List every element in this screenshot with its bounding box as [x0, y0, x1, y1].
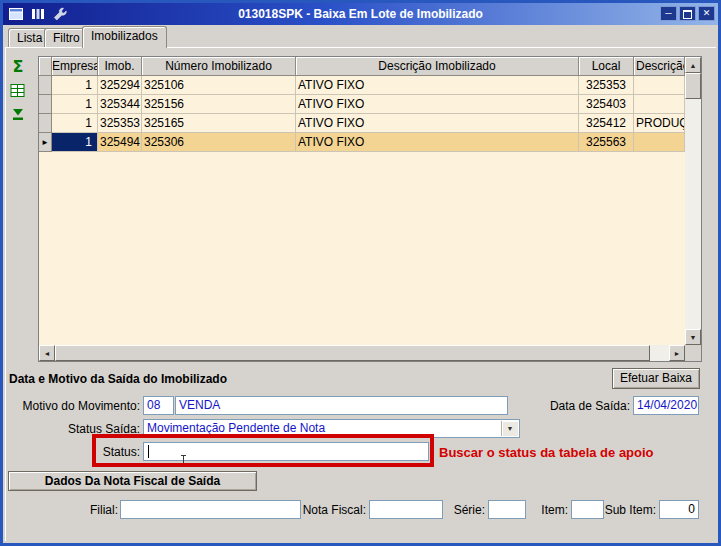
form-icon[interactable] [7, 5, 24, 22]
indicator-column-header [39, 57, 52, 76]
sub-item-input[interactable]: 0 [659, 500, 699, 519]
scroll-right-button[interactable]: ► [669, 345, 685, 361]
cell-numero[interactable]: 325156 [142, 95, 296, 114]
cell-empresa[interactable]: 1 [52, 76, 98, 95]
maximize-icon [683, 10, 692, 19]
close-button[interactable]: ✕ [698, 6, 715, 21]
titlebar: 013018SPK - Baixa Em Lote de Imobilizado… [3, 3, 718, 25]
grid-export-icon [10, 83, 26, 98]
serie-input[interactable] [488, 500, 526, 519]
cell-empresa[interactable]: 1 [52, 133, 98, 152]
column-header-empresa[interactable]: Empresa [52, 57, 98, 76]
column-header-descricao2[interactable]: Descrição [634, 57, 685, 76]
cell-empresa[interactable]: 1 [52, 114, 98, 133]
scrollbar-corner [685, 345, 701, 361]
item-input[interactable] [571, 500, 604, 519]
grid-export-button[interactable] [8, 80, 28, 100]
nota-fiscal-header-button[interactable]: Dados Da Nota Fiscal de Saída [8, 471, 257, 491]
cell-descricao2[interactable] [634, 133, 685, 152]
column-header-descricao[interactable]: Descrição Imobilizado [296, 57, 579, 76]
chevron-down-icon: ▼ [507, 420, 514, 437]
cell-numero[interactable]: 325165 [142, 114, 296, 133]
imobilizados-grid: Empresa Imob. Número Imobilizado Descriç… [38, 56, 702, 362]
vertical-scroll-thumb[interactable] [685, 73, 701, 99]
cell-descricao[interactable]: ATIVO FIXO [296, 76, 579, 95]
horizontal-scrollbar[interactable]: ◄ ► [39, 345, 685, 361]
row-marker-icon: ► [41, 138, 49, 147]
data-saida-label: Data de Saída: [533, 398, 630, 414]
nota-fiscal-input[interactable] [369, 500, 443, 519]
cell-descricao[interactable]: ATIVO FIXO [296, 95, 579, 114]
move-last-icon [10, 107, 26, 122]
cell-local[interactable]: 325563 [579, 133, 634, 152]
cell-numero[interactable]: 325106 [142, 76, 296, 95]
data-saida-input[interactable]: 14/04/2020 [633, 396, 699, 415]
scroll-left-button[interactable]: ◄ [39, 345, 55, 361]
sum-button[interactable]: Σ [8, 56, 28, 76]
row-indicator [39, 76, 52, 95]
cell-local[interactable]: 325403 [579, 95, 634, 114]
window-title: 013018SPK - Baixa Em Lote de Imobilizado [3, 3, 718, 25]
horizontal-scroll-thumb[interactable] [55, 345, 650, 361]
motivo-code-input[interactable]: 08 [143, 396, 174, 415]
tab-imobilizados[interactable]: Imobilizados [82, 26, 167, 48]
column-header-imob[interactable]: Imob. [98, 57, 142, 76]
combo-dropdown-button[interactable]: ▼ [501, 421, 518, 436]
row-indicator: ► [39, 133, 52, 152]
motivo-desc-input[interactable]: VENDA [175, 396, 508, 415]
filial-input[interactable] [120, 500, 301, 519]
titlebar-icons [7, 5, 68, 22]
item-label: Item: [531, 502, 568, 518]
cell-numero[interactable]: 325306 [142, 133, 296, 152]
vertical-scrollbar[interactable]: ▲ ▼ [685, 57, 701, 345]
sub-item-label: Sub Item: [604, 502, 656, 518]
column-header-local[interactable]: Local [579, 57, 634, 76]
scroll-up-button[interactable]: ▲ [685, 57, 701, 73]
cell-descricao2[interactable] [634, 76, 685, 95]
app-window: 013018SPK - Baixa Em Lote de Imobilizado… [0, 0, 721, 546]
cell-descricao2[interactable] [634, 95, 685, 114]
maximize-button[interactable] [679, 6, 696, 21]
tabstrip: Lista Filtro Imobilizados [3, 25, 718, 47]
cell-descricao[interactable]: ATIVO FIXO [296, 133, 579, 152]
table-row[interactable]: 1 325353 325165 ATIVO FIXO 325412 PRODUÇ [39, 114, 701, 133]
table-row[interactable]: 1 325294 325106 ATIVO FIXO 325353 [39, 76, 701, 95]
annotation-box [92, 434, 434, 467]
cell-imob[interactable]: 325294 [98, 76, 142, 95]
grid-header: Empresa Imob. Número Imobilizado Descriç… [39, 57, 701, 76]
move-last-button[interactable] [8, 104, 28, 124]
cell-descricao2[interactable]: PRODUÇ [634, 114, 685, 133]
nota-fiscal-label: Nota Fiscal: [301, 502, 366, 518]
status-saida-value: Movimentação Pendente de Nota [147, 421, 325, 435]
motivo-movimento-label: Motivo do Movimento: [3, 398, 140, 414]
cell-imob[interactable]: 325353 [98, 114, 142, 133]
column-header-numero[interactable]: Número Imobilizado [142, 57, 296, 76]
table-row-selected[interactable]: ► 1 325494 325306 ATIVO FIXO 325563 [39, 133, 701, 152]
minimize-button[interactable]: ─ [660, 6, 677, 21]
section-title: Data e Motivo da Saída do Imobilizado [9, 372, 227, 386]
serie-label: Série: [443, 502, 485, 518]
scroll-down-button[interactable]: ▼ [685, 329, 701, 345]
cell-local[interactable]: 325412 [579, 114, 634, 133]
columns-icon[interactable] [29, 5, 46, 22]
sum-icon: Σ [13, 57, 24, 76]
table-row[interactable]: 1 325344 325156 ATIVO FIXO 325403 [39, 95, 701, 114]
cell-empresa[interactable]: 1 [52, 95, 98, 114]
cell-imob[interactable]: 325494 [98, 133, 142, 152]
annotation-text: Buscar o status da tabela de apoio [439, 445, 654, 460]
row-indicator [39, 114, 52, 133]
filial-label: Filial: [43, 502, 118, 518]
window-controls: ─ ✕ [660, 6, 715, 21]
cell-imob[interactable]: 325344 [98, 95, 142, 114]
cell-descricao[interactable]: ATIVO FIXO [296, 114, 579, 133]
cell-local[interactable]: 325353 [579, 76, 634, 95]
wrench-icon[interactable] [51, 5, 68, 22]
efetuar-baixa-button[interactable]: Efetuar Baixa [612, 368, 700, 389]
row-indicator [39, 95, 52, 114]
